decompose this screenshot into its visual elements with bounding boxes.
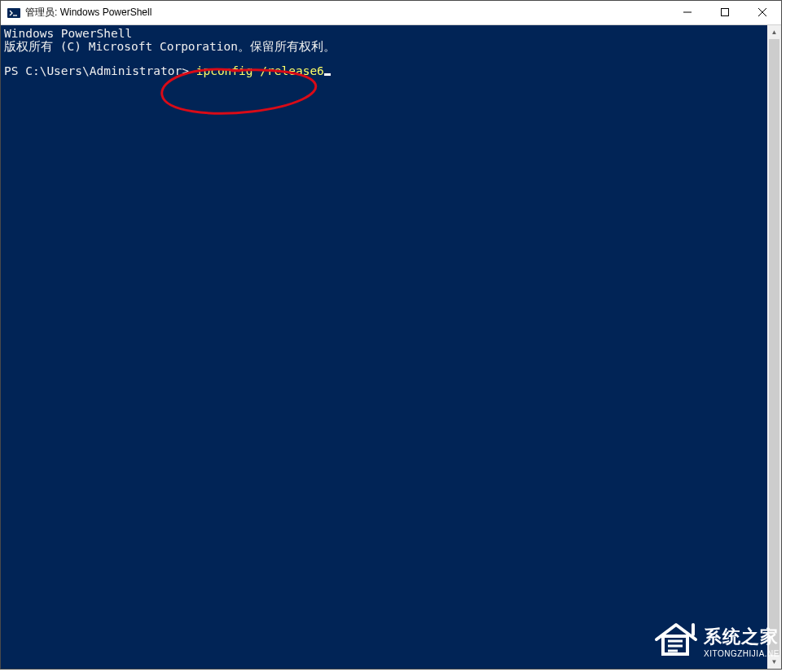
prompt-text: PS C:\Users\Administrator> [4, 64, 196, 77]
terminal-header-line: Windows PowerShell [4, 27, 778, 40]
terminal-prompt-line: PS C:\Users\Administrator> ipconfig /rel… [4, 64, 778, 77]
cursor [324, 73, 331, 76]
scroll-down-arrow-icon[interactable]: ▼ [767, 655, 781, 669]
vertical-scrollbar[interactable]: ▲ ▼ [767, 25, 781, 669]
minimize-button[interactable] [669, 1, 706, 24]
maximize-icon [721, 8, 729, 18]
scroll-up-arrow-icon[interactable]: ▲ [767, 25, 781, 39]
terminal-area[interactable]: Windows PowerShell 版权所有 (C) Microsoft Co… [1, 25, 781, 669]
scroll-track[interactable] [767, 39, 781, 655]
window-title: 管理员: Windows PowerShell [25, 6, 669, 20]
maximize-button[interactable] [706, 1, 744, 24]
svg-rect-3 [722, 8, 729, 15]
powershell-icon [7, 7, 20, 20]
titlebar[interactable]: 管理员: Windows PowerShell [1, 1, 781, 25]
minimize-icon [683, 8, 692, 18]
window-controls [669, 1, 781, 24]
svg-rect-0 [7, 8, 20, 18]
terminal-copyright-line: 版权所有 (C) Microsoft Corporation。保留所有权利。 [4, 40, 778, 53]
scroll-thumb[interactable] [769, 39, 779, 655]
close-icon [758, 8, 766, 18]
powershell-window: 管理员: Windows PowerShell Windows PowerShe… [0, 0, 782, 670]
close-button[interactable] [744, 1, 781, 24]
command-text-2: /release6 [260, 64, 324, 77]
command-text-1: ipconfig [196, 64, 261, 77]
